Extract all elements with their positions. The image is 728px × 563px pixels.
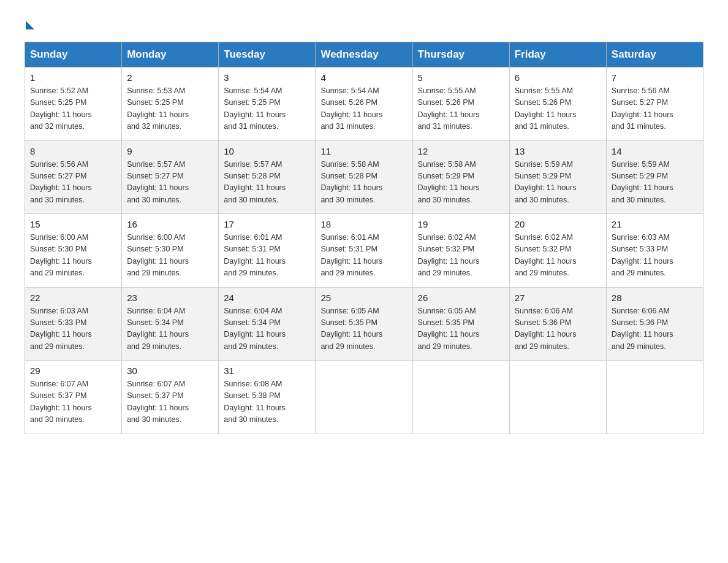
day-number: 4 <box>320 72 407 83</box>
calendar-cell: 7 Sunrise: 5:56 AM Sunset: 5:27 PM Dayli… <box>606 67 703 141</box>
day-info: Sunrise: 6:00 AM Sunset: 5:30 PM Dayligh… <box>30 232 116 280</box>
day-info: Sunrise: 5:57 AM Sunset: 5:28 PM Dayligh… <box>224 159 310 207</box>
logo <box>25 18 34 29</box>
day-info: Sunrise: 5:52 AM Sunset: 5:25 PM Dayligh… <box>30 85 116 133</box>
day-info: Sunrise: 6:02 AM Sunset: 5:32 PM Dayligh… <box>418 232 504 280</box>
day-number: 10 <box>224 146 310 156</box>
day-info: Sunrise: 6:03 AM Sunset: 5:33 PM Dayligh… <box>30 305 116 353</box>
day-info: Sunrise: 6:06 AM Sunset: 5:36 PM Dayligh… <box>612 305 698 353</box>
calendar-cell: 31 Sunrise: 6:08 AM Sunset: 5:38 PM Dayl… <box>219 361 316 434</box>
day-info: Sunrise: 6:07 AM Sunset: 5:37 PM Dayligh… <box>127 378 213 426</box>
day-info: Sunrise: 6:00 AM Sunset: 5:30 PM Dayligh… <box>127 232 213 280</box>
column-header-friday: Friday <box>509 42 606 67</box>
day-info: Sunrise: 5:54 AM Sunset: 5:26 PM Dayligh… <box>320 85 407 133</box>
calendar-cell: 16 Sunrise: 6:00 AM Sunset: 5:30 PM Dayl… <box>122 214 219 288</box>
day-number: 16 <box>127 219 213 229</box>
day-info: Sunrise: 5:58 AM Sunset: 5:29 PM Dayligh… <box>418 159 504 207</box>
calendar-cell: 12 Sunrise: 5:58 AM Sunset: 5:29 PM Dayl… <box>412 140 509 214</box>
day-number: 29 <box>30 366 116 376</box>
day-info: Sunrise: 5:54 AM Sunset: 5:25 PM Dayligh… <box>224 85 310 133</box>
calendar-cell: 15 Sunrise: 6:00 AM Sunset: 5:30 PM Dayl… <box>25 214 122 288</box>
day-info: Sunrise: 5:56 AM Sunset: 5:27 PM Dayligh… <box>30 159 116 207</box>
column-header-tuesday: Tuesday <box>219 42 316 67</box>
day-number: 14 <box>612 146 698 156</box>
calendar-cell: 14 Sunrise: 5:59 AM Sunset: 5:29 PM Dayl… <box>606 140 703 214</box>
calendar-cell: 24 Sunrise: 6:04 AM Sunset: 5:34 PM Dayl… <box>219 287 316 361</box>
calendar-cell: 17 Sunrise: 6:01 AM Sunset: 5:31 PM Dayl… <box>219 214 316 288</box>
day-number: 9 <box>127 146 213 156</box>
day-info: Sunrise: 5:57 AM Sunset: 5:27 PM Dayligh… <box>127 159 213 207</box>
calendar-cell: 10 Sunrise: 5:57 AM Sunset: 5:28 PM Dayl… <box>219 140 316 214</box>
day-info: Sunrise: 5:53 AM Sunset: 5:25 PM Dayligh… <box>127 85 213 133</box>
day-number: 7 <box>612 72 698 83</box>
day-number: 15 <box>30 219 116 229</box>
calendar-table: SundayMondayTuesdayWednesdayThursdayFrid… <box>25 42 703 434</box>
day-info: Sunrise: 6:05 AM Sunset: 5:35 PM Dayligh… <box>320 305 407 353</box>
day-number: 17 <box>224 219 310 229</box>
day-number: 24 <box>224 293 310 303</box>
day-number: 20 <box>515 219 601 229</box>
day-info: Sunrise: 5:56 AM Sunset: 5:27 PM Dayligh… <box>612 85 698 133</box>
column-header-monday: Monday <box>122 42 219 67</box>
day-number: 23 <box>127 293 213 303</box>
calendar-cell: 6 Sunrise: 5:55 AM Sunset: 5:26 PM Dayli… <box>509 67 606 141</box>
day-info: Sunrise: 5:55 AM Sunset: 5:26 PM Dayligh… <box>418 85 504 133</box>
day-info: Sunrise: 5:59 AM Sunset: 5:29 PM Dayligh… <box>612 159 698 207</box>
day-number: 18 <box>320 219 407 229</box>
calendar-cell: 19 Sunrise: 6:02 AM Sunset: 5:32 PM Dayl… <box>412 214 509 288</box>
day-info: Sunrise: 6:05 AM Sunset: 5:35 PM Dayligh… <box>418 305 504 353</box>
calendar-cell: 9 Sunrise: 5:57 AM Sunset: 5:27 PM Dayli… <box>122 140 219 214</box>
calendar-cell: 4 Sunrise: 5:54 AM Sunset: 5:26 PM Dayli… <box>316 67 412 141</box>
day-number: 31 <box>224 366 310 376</box>
calendar-cell: 30 Sunrise: 6:07 AM Sunset: 5:37 PM Dayl… <box>122 361 219 434</box>
calendar-cell: 27 Sunrise: 6:06 AM Sunset: 5:36 PM Dayl… <box>509 287 606 361</box>
day-number: 12 <box>418 146 504 156</box>
calendar-cell: 11 Sunrise: 5:58 AM Sunset: 5:28 PM Dayl… <box>316 140 412 214</box>
day-info: Sunrise: 6:04 AM Sunset: 5:34 PM Dayligh… <box>224 305 310 353</box>
calendar-cell <box>606 361 703 434</box>
day-number: 28 <box>612 293 698 303</box>
calendar-header-row: SundayMondayTuesdayWednesdayThursdayFrid… <box>25 42 703 67</box>
column-header-sunday: Sunday <box>25 42 122 67</box>
column-header-wednesday: Wednesday <box>316 42 412 67</box>
day-number: 1 <box>30 72 116 83</box>
calendar-cell: 26 Sunrise: 6:05 AM Sunset: 5:35 PM Dayl… <box>412 287 509 361</box>
day-number: 11 <box>320 146 407 156</box>
calendar-cell: 28 Sunrise: 6:06 AM Sunset: 5:36 PM Dayl… <box>606 287 703 361</box>
day-number: 6 <box>515 72 601 83</box>
calendar-week-row: 8 Sunrise: 5:56 AM Sunset: 5:27 PM Dayli… <box>25 140 703 214</box>
calendar-cell: 23 Sunrise: 6:04 AM Sunset: 5:34 PM Dayl… <box>122 287 219 361</box>
day-number: 3 <box>224 72 310 83</box>
logo-triangle-icon <box>26 21 34 29</box>
day-number: 21 <box>612 219 698 229</box>
calendar-week-row: 1 Sunrise: 5:52 AM Sunset: 5:25 PM Dayli… <box>25 67 703 141</box>
day-number: 27 <box>515 293 601 303</box>
day-number: 13 <box>515 146 601 156</box>
day-info: Sunrise: 5:55 AM Sunset: 5:26 PM Dayligh… <box>515 85 601 133</box>
page-header <box>25 18 703 29</box>
calendar-cell: 3 Sunrise: 5:54 AM Sunset: 5:25 PM Dayli… <box>219 67 316 141</box>
column-header-thursday: Thursday <box>412 42 509 67</box>
calendar-cell: 1 Sunrise: 5:52 AM Sunset: 5:25 PM Dayli… <box>25 67 122 141</box>
day-number: 22 <box>30 293 116 303</box>
calendar-cell: 13 Sunrise: 5:59 AM Sunset: 5:29 PM Dayl… <box>509 140 606 214</box>
calendar-cell: 22 Sunrise: 6:03 AM Sunset: 5:33 PM Dayl… <box>25 287 122 361</box>
calendar-week-row: 29 Sunrise: 6:07 AM Sunset: 5:37 PM Dayl… <box>25 361 703 434</box>
day-info: Sunrise: 6:03 AM Sunset: 5:33 PM Dayligh… <box>612 232 698 280</box>
calendar-cell: 21 Sunrise: 6:03 AM Sunset: 5:33 PM Dayl… <box>606 214 703 288</box>
calendar-cell <box>412 361 509 434</box>
day-number: 2 <box>127 72 213 83</box>
day-info: Sunrise: 6:07 AM Sunset: 5:37 PM Dayligh… <box>30 378 116 426</box>
calendar-cell: 5 Sunrise: 5:55 AM Sunset: 5:26 PM Dayli… <box>412 67 509 141</box>
day-number: 26 <box>418 293 504 303</box>
calendar-cell <box>509 361 606 434</box>
calendar-cell: 18 Sunrise: 6:01 AM Sunset: 5:31 PM Dayl… <box>316 214 412 288</box>
column-header-saturday: Saturday <box>606 42 703 67</box>
calendar-cell <box>316 361 412 434</box>
day-info: Sunrise: 6:06 AM Sunset: 5:36 PM Dayligh… <box>515 305 601 353</box>
day-number: 19 <box>418 219 504 229</box>
day-info: Sunrise: 6:02 AM Sunset: 5:32 PM Dayligh… <box>515 232 601 280</box>
day-number: 30 <box>127 366 213 376</box>
day-number: 5 <box>418 72 504 83</box>
day-info: Sunrise: 5:58 AM Sunset: 5:28 PM Dayligh… <box>320 159 407 207</box>
